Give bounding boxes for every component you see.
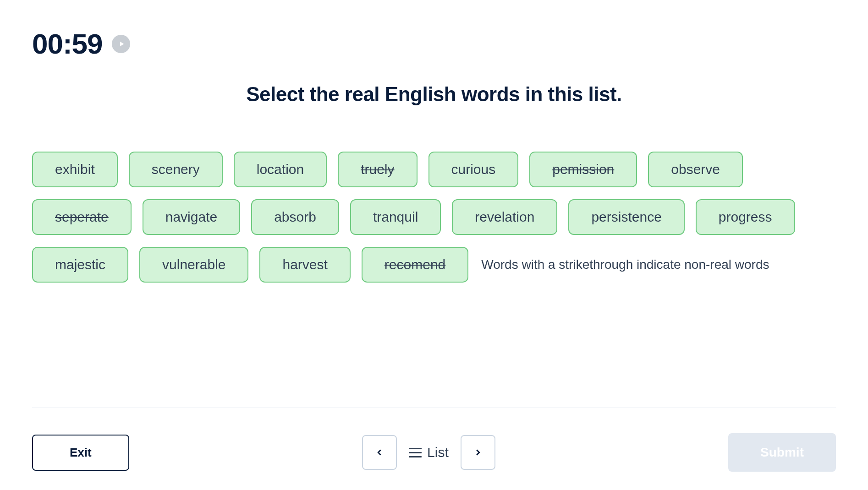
list-label-text: List xyxy=(427,445,449,460)
word-chip[interactable]: observe xyxy=(648,152,743,187)
word-chip[interactable]: scenery xyxy=(129,152,223,187)
word-chip[interactable]: revelation xyxy=(452,199,557,235)
chevron-right-icon xyxy=(473,447,483,457)
word-chip[interactable]: curious xyxy=(429,152,519,187)
prev-button[interactable] xyxy=(362,435,397,470)
word-chip[interactable]: harvest xyxy=(259,247,350,283)
word-chip[interactable]: recomend xyxy=(362,247,468,283)
list-icon xyxy=(409,448,422,457)
navigation-controls: List xyxy=(362,435,495,470)
word-chip[interactable]: majestic xyxy=(32,247,128,283)
word-chip[interactable]: exhibit xyxy=(32,152,118,187)
question-title: Select the real English words in this li… xyxy=(0,83,868,106)
word-chip[interactable]: truely xyxy=(338,152,417,187)
hint-text: Words with a strikethrough indicate non-… xyxy=(481,257,769,272)
word-chip[interactable]: seperate xyxy=(32,199,132,235)
word-chip[interactable]: pemission xyxy=(529,152,637,187)
play-icon xyxy=(117,40,126,48)
list-button[interactable]: List xyxy=(405,445,452,460)
chevron-left-icon xyxy=(374,447,385,457)
word-chip[interactable]: tranquil xyxy=(350,199,441,235)
exit-button[interactable]: Exit xyxy=(32,435,129,471)
word-chip[interactable]: navigate xyxy=(143,199,240,235)
word-chip[interactable]: absorb xyxy=(251,199,339,235)
word-chip[interactable]: vulnerable xyxy=(139,247,248,283)
play-button[interactable] xyxy=(112,35,130,53)
words-container: exhibitscenerylocationtruelycuriouspemis… xyxy=(0,106,868,283)
word-chip[interactable]: location xyxy=(234,152,327,187)
word-chip[interactable]: persistence xyxy=(568,199,684,235)
next-button[interactable] xyxy=(461,435,495,470)
submit-button[interactable]: Submit xyxy=(728,433,836,472)
footer-divider xyxy=(32,408,836,408)
timer-display: 00:59 xyxy=(32,27,103,60)
word-chip[interactable]: progress xyxy=(696,199,795,235)
